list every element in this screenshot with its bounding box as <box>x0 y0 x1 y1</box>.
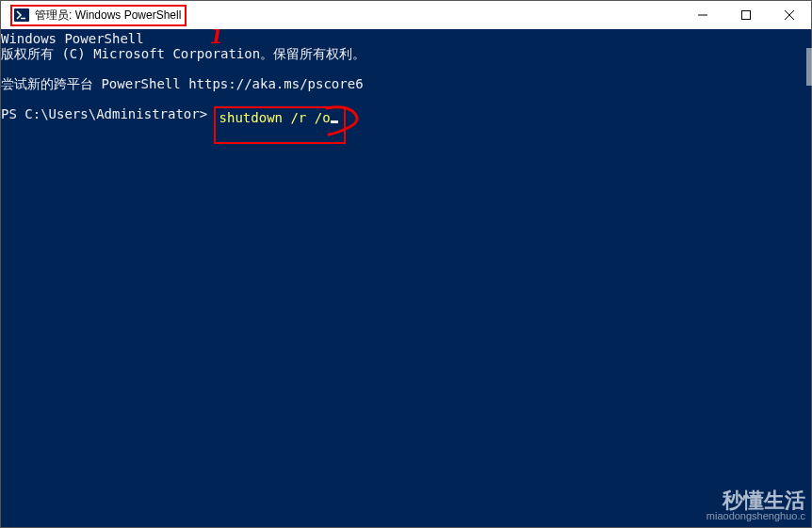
terminal-line-copyright: 版权所有 (C) Microsoft Corporation。保留所有权利。 <box>1 46 811 61</box>
maximize-icon <box>741 10 751 20</box>
scrollbar[interactable] <box>806 48 812 86</box>
terminal-prompt: PS C:\Users\Administrator> <box>1 106 216 121</box>
terminal-line-header: Windows PowerShell <box>1 31 811 46</box>
watermark-url: miaodongshenghuo.c <box>706 508 805 523</box>
maximize-button[interactable] <box>724 1 768 29</box>
titlebar[interactable]: 管理员: Windows PowerShell <box>1 1 811 29</box>
terminal-blank-1 <box>1 61 811 76</box>
svg-rect-3 <box>742 11 751 20</box>
watermark: 秒懂生活 miaodongshenghuo.c <box>706 493 805 523</box>
terminal-cursor <box>331 120 338 123</box>
window-title: 管理员: Windows PowerShell <box>35 8 181 24</box>
close-button[interactable] <box>768 1 811 29</box>
svg-line-5 <box>785 10 794 20</box>
terminal-blank-2 <box>1 91 811 106</box>
terminal-command: shutdown /r /o <box>219 110 331 125</box>
powershell-icon <box>14 8 29 23</box>
minimize-button[interactable] <box>681 1 724 29</box>
watermark-title: 秒懂生活 <box>706 493 805 508</box>
window-controls <box>681 1 811 29</box>
command-annotation-box: shutdown /r /o <box>214 106 346 144</box>
powershell-window: 管理员: Windows PowerShell Windows PowerShe… <box>0 0 812 528</box>
titlebar-left: 管理员: Windows PowerShell <box>1 5 187 26</box>
minimize-icon <box>698 10 707 20</box>
close-icon <box>785 10 794 20</box>
terminal-prompt-line: PS C:\Users\Administrator> shutdown /r /… <box>1 106 811 144</box>
title-annotation-box: 管理员: Windows PowerShell <box>10 5 187 26</box>
terminal-line-pscore: 尝试新的跨平台 PowerShell https://aka.ms/pscore… <box>1 76 811 91</box>
svg-line-4 <box>785 10 794 20</box>
terminal-area[interactable]: Windows PowerShell 版权所有 (C) Microsoft Co… <box>1 29 811 527</box>
